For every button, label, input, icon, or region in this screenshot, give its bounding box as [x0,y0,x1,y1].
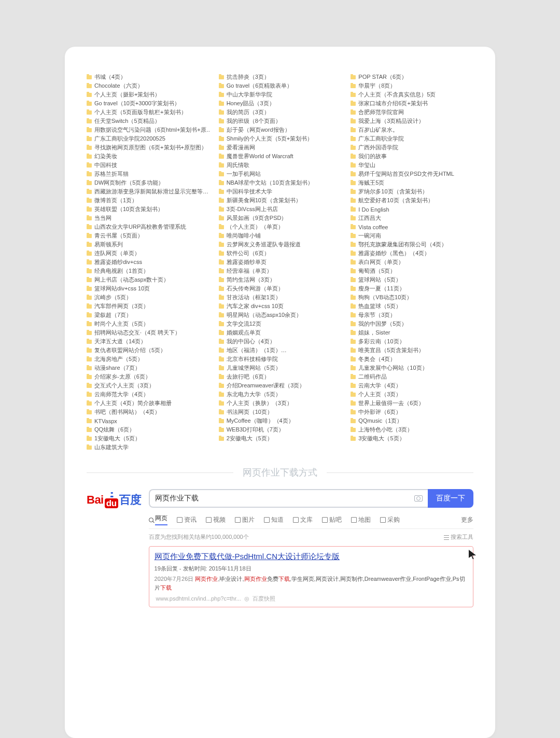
folder-item[interactable]: 广东工商职业学院 [351,134,473,143]
folder-item[interactable]: 中外影评（6页） [351,408,473,416]
folder-item[interactable]: DW网页制作（5页多功能） [87,178,209,187]
folder-item[interactable]: 经营幸福（单页） [219,267,342,275]
folder-item[interactable]: 网上书店（动态aspx数十页） [87,275,209,284]
folder-item[interactable]: 介绍家乡-太原（6页） [87,372,209,381]
folder-item[interactable]: 个人主页（摄影+策划书） [87,90,209,99]
folder-item[interactable]: 江西昌大 [351,214,473,222]
folder-item[interactable]: 周氏情歌 [219,161,342,170]
search-result[interactable]: 网页作业免费下载代做-PsdHtml.CN大设计师论坛专版 19条回复 - 发帖… [149,546,473,607]
tab-图片[interactable]: 图片 [235,516,255,524]
baidu-cache[interactable]: 百度快照 [253,595,275,602]
folder-item[interactable]: 明星网站（动态aspx10余页） [219,311,342,319]
folder-item[interactable]: Chocolate（六页） [87,81,209,90]
folder-item[interactable]: 中国科学技术大学 [219,187,342,196]
folder-item[interactable]: 世界上最值得一去（6页） [351,399,473,408]
result-url[interactable]: www.psdhtml.cn/ind...php?c=thr... [156,595,241,602]
folder-item[interactable]: 唯美宜昌（5页含策划书） [351,346,473,355]
tab-视频[interactable]: 视频 [206,516,226,524]
folder-item[interactable]: 1安徽电大（5页） [87,434,209,443]
folder-item[interactable]: 葡萄酒（5页） [351,267,473,275]
folder-item[interactable]: 云南大学（4页） [351,381,473,390]
folder-item[interactable]: 合肥师范学院官网 [351,108,473,117]
folder-item[interactable]: 雅露姿婚纱（黑色）（4页） [351,249,473,258]
folder-item[interactable]: 甘孜活动（框架1页） [219,293,342,302]
folder-item[interactable]: 我的简历（3页） [219,108,342,117]
folder-item[interactable]: 个人主页（换肤）（3页） [219,399,342,408]
folder-item[interactable]: 一加手机网站 [219,170,342,178]
folder-item[interactable]: 婚姻观点单页 [219,328,342,337]
folder-item[interactable]: 青云书屋（5页面） [87,231,209,240]
folder-item[interactable]: 地区（福清）（1页）… [219,346,342,355]
folder-item[interactable]: 一碗河南 [351,231,473,240]
folder-item[interactable]: 百岁山矿泉水。 [351,126,473,134]
folder-item[interactable]: 广东工商职业学院20200525 [87,134,209,143]
folder-item[interactable]: 当当网 [87,214,209,222]
folder-item[interactable]: 滨崎步（5页） [87,293,209,302]
folder-item[interactable]: 风景如画（9页含PSD） [219,214,342,222]
folder-item[interactable]: 篮球网站（5页） [351,275,473,284]
folder-item[interactable]: 用数据说空气污染问题（6页html+策划书+原… [87,126,209,134]
folder-item[interactable]: 我的班级（8个页面） [219,117,342,126]
folder-item[interactable]: 经典电视剧（1首页） [87,267,209,275]
folder-item[interactable]: 儿童城堡网站（5页） [219,364,342,372]
folder-item[interactable]: 个人主页（5页面版导航栏+策划书） [87,108,209,117]
folder-item[interactable]: 云南师范大学（4页） [87,390,209,399]
tab-文库[interactable]: 文库 [293,516,313,524]
folder-item[interactable]: NBA球星中文站（10页含策划书） [219,178,342,187]
folder-item[interactable]: 我的中国梦（5页） [351,319,473,328]
folder-item[interactable]: 幻染美妆 [87,152,209,161]
folder-item[interactable]: 瘦身一夏（11页） [351,284,473,293]
folder-item[interactable]: 抗击肺炎（3页） [219,73,342,81]
folder-item[interactable]: 东北电力大学（5页） [219,390,342,399]
folder-item[interactable]: Vista coffee [351,222,473,231]
folder-item[interactable]: 去旅行吧（6页） [219,372,342,381]
folder-item[interactable]: 交互式个人主页（3页） [87,381,209,390]
folder-item[interactable]: 连队网页（单页） [87,249,209,258]
folder-item[interactable]: 招聘网站动态交互·（4页 聘天下） [87,328,209,337]
folder-item[interactable]: 鄂托克旗蒙晟集团有限公司（4页） [351,240,473,249]
folder-item[interactable]: 苏格兰折耳猫 [87,170,209,178]
folder-item[interactable]: 梁叙超（7页） [87,311,209,319]
folder-item[interactable]: 复仇者联盟网站介绍（5页） [87,346,209,355]
folder-item[interactable]: 多彩云南（10页） [351,337,473,346]
folder-item[interactable]: 北京市科技精修学院 [219,355,342,364]
folder-item[interactable]: 3页-DiVcss网上书店 [219,205,342,214]
folder-item[interactable]: 动漫share（7页） [87,364,209,372]
folder-item[interactable]: 汽车部件网页（3页） [87,302,209,311]
folder-item[interactable]: Honey甜品（3页） [219,99,342,108]
folder-item[interactable]: 2安徽电大（5页） [219,434,342,443]
result-title[interactable]: 网页作业免费下载代做-PsdHtml.CN大设计师论坛专版 [155,551,468,563]
folder-item[interactable]: 爱看漫画网 [219,143,342,152]
folder-item[interactable]: QQmusic（1页） [351,416,473,425]
folder-item[interactable]: KTVaspx [87,416,209,425]
tab-地图[interactable]: 地图 [351,516,371,524]
folder-item[interactable]: 书吧（图书网站）（4页） [87,408,209,416]
tab-more[interactable]: 更多 [461,516,473,524]
folder-item[interactable]: 新疆美食网10页（含策划书） [219,196,342,205]
folder-item[interactable]: POP STAR（6页） [351,73,473,81]
folder-item[interactable]: 热血篮球（5页） [351,302,473,311]
folder-item[interactable]: 文学交流12页 [219,319,342,328]
folder-item[interactable]: 简约生活网（3页） [219,275,342,284]
folder-item[interactable]: 任天堂Switch（5页精品） [87,117,209,126]
folder-item[interactable]: 山西农业大学URP高校教务管理系统 [87,222,209,231]
folder-item[interactable]: 广西外国语学院 [351,143,473,152]
folder-item[interactable]: 狗狗（VB动态10页） [351,293,473,302]
folder-item[interactable]: 彭于晏（网页word报告） [219,126,342,134]
folder-item[interactable]: 微博首页（1页） [87,196,209,205]
folder-item[interactable]: 二维码作品 [351,372,473,381]
tab-网页[interactable]: 网页 [149,514,167,525]
folder-item[interactable]: 表白网页（单页） [351,258,473,267]
folder-item[interactable]: 书城（4页） [87,73,209,81]
folder-item[interactable]: 华玺山 [351,161,473,170]
folder-item[interactable]: 唯尚咖啡小铺 [219,231,342,240]
folder-item[interactable]: 雅露姿婚纱单页 [219,258,342,267]
folder-item[interactable]: 冬奥会（4页） [351,355,473,364]
tab-资讯[interactable]: 资讯 [177,516,197,524]
folder-item[interactable]: 石头传奇网游（单页） [219,284,342,293]
folder-item[interactable]: （个人主页）（单页） [219,222,342,231]
folder-item[interactable]: 个人主页（3页） [351,390,473,399]
folder-item[interactable]: 罗纳尔多10页（含策划书） [351,187,473,196]
folder-item[interactable]: QQ炫舞（6页） [87,425,209,434]
folder-item[interactable]: 我爱上海（3页精品设计） [351,117,473,126]
